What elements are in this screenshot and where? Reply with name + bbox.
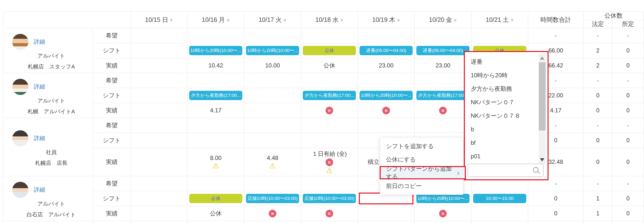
schedule-cell[interactable] xyxy=(244,88,301,103)
schedule-cell[interactable]: 店舗10時(10:00〜03:00) xyxy=(244,191,301,206)
schedule-cell[interactable] xyxy=(244,176,301,191)
schedule-cell[interactable]: 23.00 xyxy=(415,58,472,73)
schedule-cell[interactable] xyxy=(131,176,188,191)
date-header-10-21[interactable]: 10/21 土∨ xyxy=(472,12,528,28)
detail-link[interactable]: 詳細 xyxy=(34,83,45,90)
schedule-cell[interactable] xyxy=(131,73,188,88)
schedule-cell[interactable]: 夕方から夜勤務(17:00... xyxy=(188,88,244,103)
schedule-cell[interactable] xyxy=(188,118,244,133)
schedule-cell[interactable] xyxy=(244,73,301,88)
schedule-cell[interactable]: 10.00 xyxy=(244,58,301,73)
pattern-option-2[interactable]: 10時から20時 xyxy=(465,68,537,82)
schedule-cell[interactable]: × xyxy=(415,206,472,221)
shift-badge[interactable]: 遅番(05:00〜04:00) xyxy=(416,46,470,55)
dropdown-scrollbar[interactable] xyxy=(539,53,546,164)
shift-badge[interactable]: 夕方から夜勤務(17:00... xyxy=(189,91,242,100)
schedule-cell[interactable] xyxy=(188,176,244,191)
shift-badge[interactable]: 10時から20時(10:00〜... xyxy=(246,46,299,55)
pattern-option-7[interactable]: bf xyxy=(465,136,537,149)
context-menu-item-3[interactable]: シフトパターンから追加する› xyxy=(380,166,466,179)
schedule-cell[interactable]: 公休 xyxy=(188,191,244,206)
schedule-cell[interactable] xyxy=(188,73,244,88)
schedule-cell[interactable] xyxy=(415,73,472,88)
shift-badge[interactable]: 店舗10時(10:00〜03:00) xyxy=(303,194,356,203)
date-header-10-19[interactable]: 10/19 木∨ xyxy=(358,12,415,28)
schedule-cell[interactable] xyxy=(131,28,188,43)
scroll-down-icon[interactable] xyxy=(540,158,544,161)
shift-badge[interactable]: 遅番(05:00〜04:00) xyxy=(360,46,413,55)
schedule-cell[interactable]: 10時から20時(10:00〜... xyxy=(358,88,415,103)
schedule-cell[interactable]: × xyxy=(301,206,358,221)
pattern-option-1[interactable]: 遅番 xyxy=(465,55,537,68)
schedule-cell[interactable] xyxy=(188,133,244,148)
schedule-cell[interactable] xyxy=(131,206,188,221)
schedule-cell[interactable] xyxy=(415,118,472,133)
schedule-cell[interactable]: 10時から20時(10:00〜... xyxy=(244,43,301,58)
schedule-cell[interactable]: 公休 xyxy=(188,206,244,221)
schedule-cell[interactable]: × xyxy=(244,206,301,221)
date-header-10-18[interactable]: 10/18 水∨ xyxy=(301,12,358,28)
schedule-cell[interactable] xyxy=(358,206,415,221)
date-header-10-17[interactable]: 10/17 火∨ xyxy=(244,12,301,28)
schedule-cell[interactable]: 10時から20時(10:00〜... xyxy=(188,43,244,58)
schedule-cell[interactable]: 10:30〜15:00 xyxy=(472,191,528,206)
detail-link[interactable]: 詳細 xyxy=(34,38,45,46)
schedule-cell[interactable]: 店舗10時(10:00〜03:00) xyxy=(301,191,358,206)
schedule-cell[interactable] xyxy=(358,28,415,43)
schedule-cell[interactable]: × xyxy=(301,103,358,118)
shift-badge[interactable]: 10時から20時(10:00〜... xyxy=(189,46,242,55)
context-menu-item-4[interactable]: 前日のコピー xyxy=(380,179,463,193)
schedule-cell[interactable]: 公休 xyxy=(301,43,358,58)
date-header-10-16[interactable]: 10/16 月∨ xyxy=(188,12,244,28)
schedule-cell[interactable] xyxy=(472,206,528,221)
schedule-cell[interactable] xyxy=(131,191,188,206)
shift-badge[interactable]: 店舗10時(10:00〜03:00) xyxy=(246,194,299,203)
schedule-cell[interactable] xyxy=(301,118,358,133)
schedule-cell[interactable]: 8.00⚠ xyxy=(188,148,244,176)
schedule-cell[interactable]: 4.17 xyxy=(188,103,244,118)
schedule-cell[interactable] xyxy=(358,73,415,88)
pattern-option-4[interactable]: NKパターン０７ xyxy=(465,95,537,109)
detail-link[interactable]: 詳細 xyxy=(34,186,45,194)
schedule-cell[interactable] xyxy=(244,133,301,148)
schedule-cell[interactable] xyxy=(358,221,415,223)
schedule-cell[interactable] xyxy=(188,28,244,43)
schedule-cell[interactable] xyxy=(131,58,188,73)
schedule-cell[interactable] xyxy=(415,28,472,43)
schedule-cell[interactable] xyxy=(472,28,528,43)
schedule-cell[interactable]: 夕方から夜勤務(17:00... xyxy=(415,88,472,103)
schedule-cell[interactable]: 夕方から夜勤務(17:00... xyxy=(301,88,358,103)
schedule-cell[interactable] xyxy=(131,148,188,176)
pattern-option-3[interactable]: 夕方から夜勤務 xyxy=(465,82,537,95)
schedule-cell[interactable]: × xyxy=(415,103,472,118)
date-header-10-20[interactable]: 10/20 金∨ xyxy=(415,12,472,28)
shift-badge[interactable]: 夕方から夜勤務(17:00... xyxy=(303,91,356,100)
schedule-cell[interactable]: 23.00 xyxy=(358,58,415,73)
schedule-cell[interactable] xyxy=(131,88,188,103)
schedule-cell[interactable] xyxy=(131,118,188,133)
schedule-cell[interactable] xyxy=(301,73,358,88)
schedule-cell[interactable]: １日有給 (全)×⚠ xyxy=(301,148,358,176)
shift-badge[interactable]: 10:30〜15:00 xyxy=(473,194,526,203)
scrollbar-thumb[interactable] xyxy=(539,62,546,131)
schedule-cell[interactable] xyxy=(301,133,358,148)
shift-badge[interactable]: 10時から20時(10:00〜... xyxy=(416,194,470,203)
date-header-10-15[interactable]: 10/15 日∨ xyxy=(131,12,188,28)
schedule-cell[interactable]: 遅番(05:00〜04:00) xyxy=(415,43,472,58)
schedule-cell[interactable] xyxy=(358,118,415,133)
schedule-cell[interactable] xyxy=(131,103,188,118)
schedule-cell[interactable] xyxy=(131,133,188,148)
schedule-cell[interactable] xyxy=(415,221,472,223)
schedule-cell[interactable] xyxy=(301,221,358,223)
schedule-cell[interactable]: 遅番(05:00〜04:00) xyxy=(358,43,415,58)
context-menu-item-1[interactable]: シフトを追加する xyxy=(380,140,463,153)
schedule-cell[interactable]: 10.42 xyxy=(188,58,244,73)
schedule-cell[interactable]: 4.48⚠ xyxy=(244,148,301,176)
schedule-cell[interactable] xyxy=(472,221,528,223)
scroll-up-icon[interactable] xyxy=(540,56,544,60)
schedule-cell[interactable]: × xyxy=(358,103,415,118)
pattern-option-5[interactable]: NKパターン０７８ xyxy=(465,109,537,123)
schedule-cell[interactable] xyxy=(131,221,188,223)
shift-badge[interactable]: 夕方から夜勤務(17:00... xyxy=(416,91,470,100)
schedule-cell[interactable] xyxy=(188,221,244,223)
